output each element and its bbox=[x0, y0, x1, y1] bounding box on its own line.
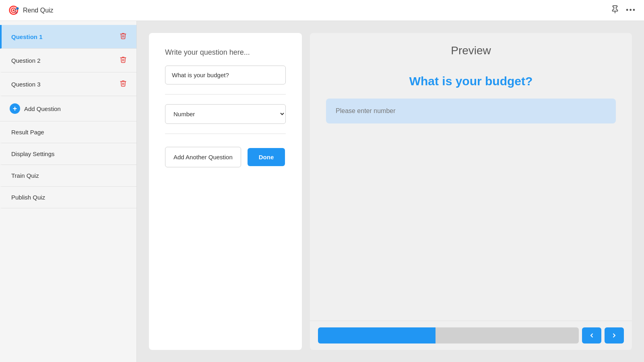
add-question-item[interactable]: + Add Question bbox=[0, 96, 136, 121]
divider-2 bbox=[165, 134, 286, 134]
next-button[interactable] bbox=[605, 327, 624, 343]
progress-bar bbox=[318, 327, 579, 343]
sidebar-item-publish-quiz[interactable]: Publish Quiz bbox=[0, 187, 136, 208]
sidebar-item-question-3[interactable]: Question 3 bbox=[0, 72, 136, 96]
preview-question-text: What is your budget? bbox=[326, 73, 616, 89]
prev-button[interactable] bbox=[582, 327, 601, 343]
add-question-icon: + bbox=[10, 103, 20, 114]
preview-panel: Preview What is your budget? bbox=[310, 33, 632, 350]
preview-body: What is your budget? bbox=[310, 65, 632, 321]
sidebar-item-label: Question 2 bbox=[11, 57, 41, 64]
preview-header: Preview bbox=[310, 33, 632, 65]
pin-icon[interactable] bbox=[611, 5, 619, 16]
sidebar-item-label: Publish Quiz bbox=[11, 194, 45, 201]
progress-filled bbox=[318, 327, 436, 343]
progress-empty bbox=[436, 327, 579, 343]
question-text-input[interactable] bbox=[165, 66, 286, 84]
add-question-label: Add Question bbox=[24, 105, 61, 112]
header-actions: ••• bbox=[611, 5, 636, 16]
editor-prompt: Write your question here... bbox=[165, 47, 286, 58]
header-left: 🎯 Rend Quiz bbox=[8, 5, 54, 16]
app-title: Rend Quiz bbox=[23, 7, 54, 14]
question-type-select[interactable]: Number Text Multiple Choice Checkbox bbox=[165, 104, 286, 124]
divider-1 bbox=[165, 94, 286, 95]
sidebar-item-label: Question 1 bbox=[11, 33, 43, 40]
sidebar-item-question-2[interactable]: Question 2 bbox=[0, 49, 136, 72]
question-editor: Write your question here... Number Text … bbox=[149, 33, 302, 350]
sidebar-item-label: Question 3 bbox=[11, 81, 41, 88]
sidebar-item-display-settings[interactable]: Display Settings bbox=[0, 143, 136, 165]
sidebar-item-label: Train Quiz bbox=[11, 172, 39, 179]
main-layout: Question 1 Question 2 bbox=[0, 21, 644, 362]
sidebar-item-result-page[interactable]: Result Page bbox=[0, 121, 136, 143]
preview-footer bbox=[310, 321, 632, 350]
done-button[interactable]: Done bbox=[248, 148, 285, 166]
sidebar-item-question-1[interactable]: Question 1 bbox=[0, 25, 136, 49]
delete-question-1-icon[interactable] bbox=[120, 32, 127, 41]
app-header: 🎯 Rend Quiz ••• bbox=[0, 0, 644, 21]
sidebar: Question 1 Question 2 bbox=[0, 21, 137, 362]
app-logo-icon: 🎯 bbox=[8, 5, 19, 16]
add-another-question-button[interactable]: Add Another Question bbox=[165, 147, 241, 167]
more-options-icon[interactable]: ••• bbox=[626, 6, 636, 14]
delete-question-3-icon[interactable] bbox=[120, 80, 127, 88]
delete-question-2-icon[interactable] bbox=[120, 56, 127, 65]
preview-title: Preview bbox=[318, 44, 624, 57]
main-content: Write your question here... Number Text … bbox=[137, 21, 644, 362]
sidebar-item-label: Display Settings bbox=[11, 150, 55, 157]
sidebar-item-train-quiz[interactable]: Train Quiz bbox=[0, 165, 136, 187]
sidebar-item-label: Result Page bbox=[11, 129, 44, 136]
action-buttons: Add Another Question Done bbox=[165, 147, 286, 167]
preview-number-input[interactable] bbox=[326, 99, 616, 123]
